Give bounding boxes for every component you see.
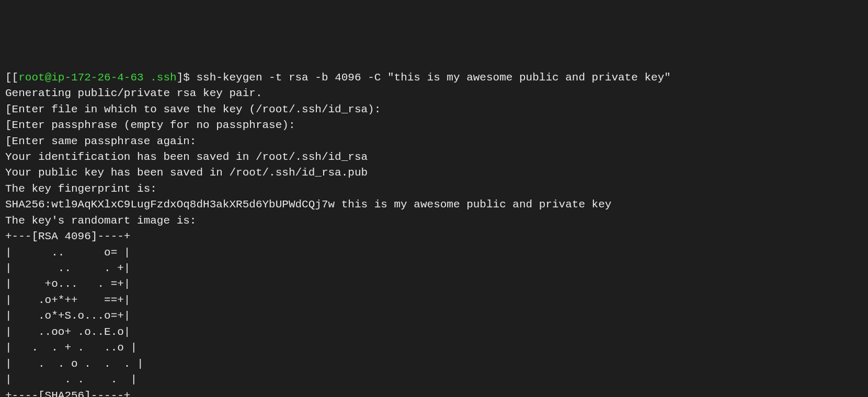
prompt-bracket-open: [[ bbox=[5, 72, 18, 84]
terminal-output-line: The key's randomart image is: bbox=[5, 213, 863, 229]
terminal-output-line: The key fingerprint is: bbox=[5, 181, 863, 197]
ssh-keygen-command[interactable]: ssh-keygen -t rsa -b 4096 -C "this is my… bbox=[196, 72, 670, 84]
randomart-line: | ..oo+ .o..E.o| bbox=[5, 324, 863, 340]
randomart-line: | . . . | bbox=[5, 372, 863, 388]
randomart-border-top: +---[RSA 4096]----+ bbox=[5, 229, 863, 244]
prompt-userhost: root@ip-172-26-4-63 .ssh bbox=[18, 72, 176, 84]
terminal-output-line: [Enter passphrase (empty for no passphra… bbox=[5, 118, 863, 133]
randomart-line: | +o... . =+| bbox=[5, 276, 863, 292]
randomart-line: | . . o . . . | bbox=[5, 356, 863, 372]
terminal-output-line: Your public key has been saved in /root/… bbox=[5, 165, 863, 181]
randomart-line: | .o*+S.o...o=+| bbox=[5, 308, 863, 324]
terminal-output-line: SHA256:wtl9AqKXlxC9LugFzdxOq8dH3akXR5d6Y… bbox=[5, 197, 863, 213]
prompt-bracket-close: ]$ bbox=[177, 72, 197, 84]
terminal-output-line: [Enter same passphrase again: bbox=[5, 134, 863, 149]
randomart-line: | .. o= | bbox=[5, 245, 863, 261]
terminal-output-line: Your identification has been saved in /r… bbox=[5, 149, 863, 165]
terminal-output-line: Generating public/private rsa key pair. bbox=[5, 86, 863, 101]
randomart-line: | .. . +| bbox=[5, 261, 863, 276]
terminal-output-line: [Enter file in which to save the key (/r… bbox=[5, 102, 863, 118]
randomart-border-bottom: +----[SHA256]-----+ bbox=[5, 388, 863, 398]
terminal-prompt-line-1: [[root@ip-172-26-4-63 .ssh]$ ssh-keygen … bbox=[5, 70, 863, 86]
randomart-line: | . . + . ..o | bbox=[5, 340, 863, 356]
randomart-line: | .o+*++ ==+| bbox=[5, 293, 863, 308]
